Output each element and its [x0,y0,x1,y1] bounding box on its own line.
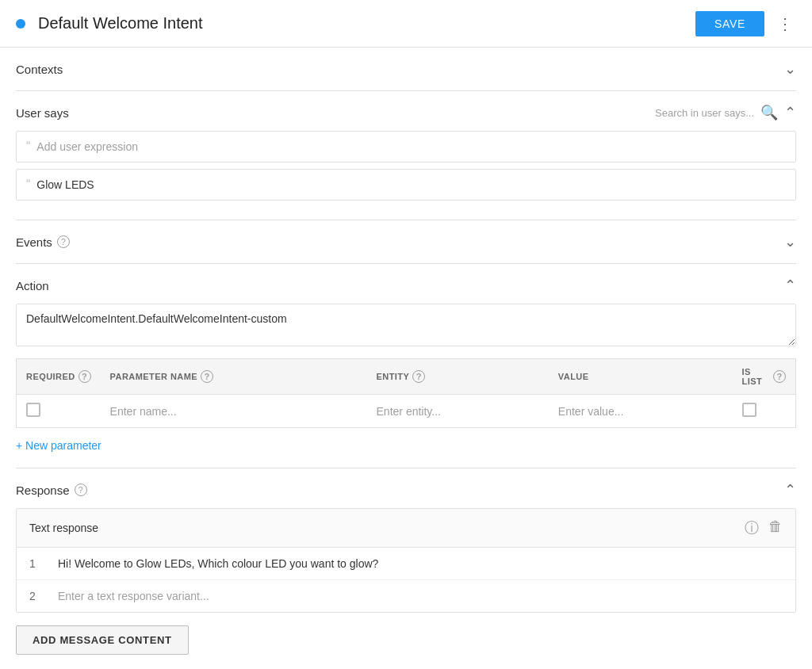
help-circle-icon[interactable]: ⓘ [745,518,759,537]
col-required: REQUIRED ? [17,359,101,395]
quote-icon-filled: “ [26,178,30,192]
events-section[interactable]: Events ? ⌄ [16,220,796,264]
response-row-2[interactable]: 2 Enter a text response variant... [17,580,795,612]
required-checkbox-cell[interactable] [17,395,101,428]
table-row: Enter name... Enter entity... Enter valu… [17,395,796,428]
add-expression-placeholder: Add user expression [36,140,138,153]
col-value: VALUE [549,359,733,395]
text-response-actions: ⓘ 🗑 [745,518,783,537]
page-title: Default Welcome Intent [38,14,695,32]
text-response-label: Text response [29,522,98,534]
user-says-title: User says [16,106,69,120]
add-message-content-button[interactable]: ADD MESSAGE CONTENT [16,625,189,655]
value-cell[interactable]: Enter value... [549,395,733,428]
required-help-icon: ? [79,370,91,383]
add-expression-input[interactable]: “ Add user expression [16,131,796,162]
name-cell[interactable]: Enter name... [101,395,367,428]
entity-cell[interactable]: Enter entity... [367,395,549,428]
response-num-1: 1 [29,557,45,570]
delete-icon[interactable]: 🗑 [768,518,783,537]
contexts-title: Contexts [16,63,63,76]
contexts-section-header[interactable]: Contexts ⌄ [16,60,796,78]
param-name-help-icon: ? [201,370,213,383]
app-header: Default Welcome Intent SAVE ⋮ [0,0,812,48]
col-entity: ENTITY ? [367,359,549,395]
user-says-header: User says Search in user says... 🔍 ⌃ [16,104,796,121]
action-textarea[interactable]: DefaultWelcomeIntent.DefaultWelcomeInten… [16,304,796,346]
response-num-2: 2 [29,590,45,602]
action-title: Action [16,279,49,292]
text-response-card: Text response ⓘ 🗑 1 Hi! Welcome to Glow … [16,508,796,613]
response-header: Response ? ⌃ [16,481,796,499]
user-says-chevron-icon[interactable]: ⌃ [784,104,796,121]
action-chevron-icon[interactable]: ⌃ [784,277,796,294]
user-says-section: User says Search in user says... 🔍 ⌃ “ A… [16,91,796,220]
expression-item[interactable]: “ Glow LEDS [16,169,796,201]
col-parameter-name: PARAMETER NAME ? [101,359,367,395]
status-dot [16,19,25,29]
quote-icon: “ [26,140,30,154]
response-row-1[interactable]: 1 Hi! Welcome to Glow LEDs, Which colour… [17,548,795,580]
text-response-header: Text response ⓘ 🗑 [17,509,795,548]
is-list-checkbox[interactable] [742,403,756,417]
parameters-table: REQUIRED ? PARAMETER NAME ? ENTITY [16,358,796,428]
action-section: Action ⌃ DefaultWelcomeIntent.DefaultWel… [16,264,796,468]
search-area: Search in user says... 🔍 ⌃ [655,104,796,121]
events-chevron-icon: ⌄ [784,233,796,250]
expression-text: Glow LEDS [36,178,94,191]
events-title: Events ? [16,235,70,249]
response-help-icon: ? [75,484,87,496]
col-is-list: IS LIST ? [733,359,796,395]
response-section: Response ? ⌃ Text response ⓘ 🗑 1 Hi! Wel… [16,468,796,667]
is-list-help-icon: ? [773,370,786,383]
is-list-checkbox-cell[interactable] [733,395,796,428]
response-title: Response ? [16,484,87,497]
main-content: Contexts ⌄ User says Search in user says… [0,48,812,667]
search-icon[interactable]: 🔍 [760,104,778,121]
response-chevron-icon[interactable]: ⌃ [784,481,796,499]
required-checkbox[interactable] [26,403,40,417]
response-placeholder-2: Enter a text response variant... [58,590,209,602]
search-placeholder-text: Search in user says... [655,107,754,119]
more-vert-icon[interactable]: ⋮ [774,11,796,36]
response-text-1: Hi! Welcome to Glow LEDs, Which colour L… [58,557,378,570]
contexts-section: Contexts ⌄ [16,48,796,91]
new-parameter-button[interactable]: + New parameter [16,436,102,455]
events-help-icon: ? [57,235,70,248]
save-button[interactable]: SAVE [695,11,764,36]
entity-help-icon: ? [412,370,425,383]
action-header: Action ⌃ [16,277,796,294]
contexts-chevron-icon: ⌄ [784,60,796,78]
